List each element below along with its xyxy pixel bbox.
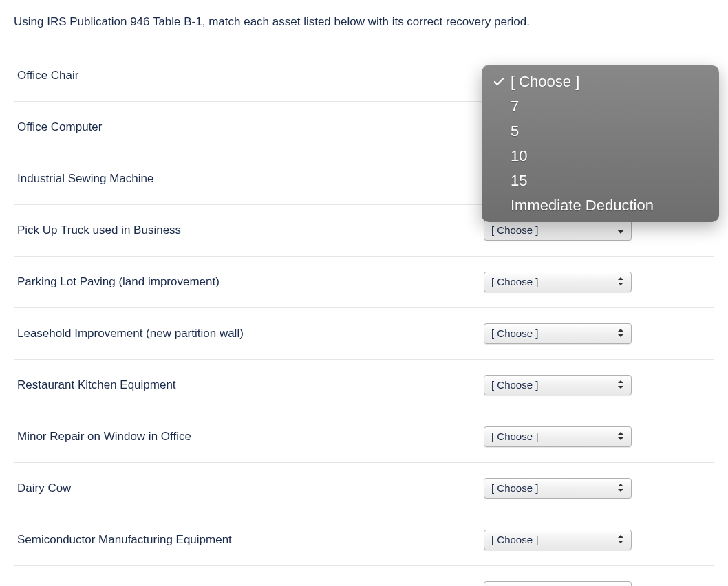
dropdown-option[interactable]: 10 — [482, 144, 719, 169]
chevron-updown-icon — [617, 431, 624, 442]
matching-row: Leasehold Improvement (new partition wal… — [14, 307, 714, 359]
matching-row: Minor Repair on Window in Office[ Choose… — [14, 411, 714, 462]
recovery-period-select[interactable]: [ Choose ] — [484, 220, 632, 241]
dropdown-option[interactable]: 15 — [482, 169, 719, 193]
dropdown-option[interactable]: Immediate Deduction — [482, 193, 719, 218]
asset-label: Parking Lot Paving (land improvement) — [17, 275, 484, 289]
dropdown-cell: [ Choose ] — [484, 220, 711, 241]
dropdown-menu: [ Choose ]751015Immediate Deduction — [482, 65, 719, 222]
dropdown-option[interactable]: 7 — [482, 94, 719, 119]
chevron-down-icon — [617, 224, 624, 236]
dropdown-option-label: 15 — [508, 172, 527, 190]
dropdown-option-label: [ Choose ] — [508, 73, 579, 91]
dropdown-cell: [ Choose ] — [484, 581, 711, 586]
select-value: [ Choose ] — [491, 224, 538, 236]
recovery-period-select[interactable]: [ Choose ] — [484, 272, 632, 292]
asset-label: Pick Up Truck used in Business — [17, 224, 484, 237]
svg-marker-7 — [618, 277, 623, 280]
svg-marker-18 — [618, 541, 623, 543]
asset-label: Semiconductor Manufacturing Equipment — [17, 533, 484, 547]
recovery-period-select[interactable]: [ Choose ] — [484, 530, 632, 550]
asset-label: Restaurant Kitchen Equipment — [17, 378, 484, 392]
svg-marker-17 — [618, 535, 623, 538]
matching-row: Dairy Cow[ Choose ] — [14, 462, 714, 514]
select-value: [ Choose ] — [491, 327, 538, 339]
chevron-updown-icon — [617, 379, 624, 391]
recovery-period-select[interactable]: [ Choose ] — [484, 478, 632, 499]
asset-label: Office Computer — [17, 120, 484, 134]
question-instruction: Using IRS Publication 946 Table B-1, mat… — [14, 14, 714, 30]
svg-marker-11 — [618, 380, 623, 383]
svg-marker-13 — [618, 432, 623, 435]
recovery-period-select[interactable]: [ Choose ] — [484, 581, 632, 586]
select-value: [ Choose ] — [491, 379, 538, 391]
asset-label: Leasehold Improvement (new partition wal… — [17, 327, 484, 340]
dropdown-cell: [ Choose ] — [484, 478, 711, 499]
dropdown-cell: [ Choose ] — [484, 272, 711, 292]
matching-row: Parking Lot Paving (land improvement)[ C… — [14, 256, 714, 307]
recovery-period-select[interactable]: [ Choose ] — [484, 375, 632, 395]
dropdown-option-label: 5 — [508, 122, 519, 140]
dropdown-option[interactable]: 5 — [482, 119, 719, 144]
chevron-updown-icon — [617, 327, 624, 339]
asset-label: Industrial Sewing Machine — [17, 172, 484, 186]
dropdown-option-label: 7 — [508, 98, 519, 116]
dropdown-option-label: Immediate Deduction — [508, 197, 654, 215]
asset-label: Minor Repair on Window in Office — [17, 430, 484, 444]
matching-row: Semiconductor Manufacturing Equipment[ C… — [14, 514, 714, 565]
svg-marker-16 — [618, 489, 623, 492]
svg-marker-12 — [618, 386, 623, 389]
select-value: [ Choose ] — [491, 431, 538, 442]
recovery-period-select[interactable]: [ Choose ] — [484, 426, 632, 447]
svg-marker-6 — [617, 230, 624, 234]
dropdown-option[interactable]: [ Choose ] — [482, 69, 719, 94]
asset-label: Dairy Cow — [17, 481, 484, 495]
dropdown-option-label: 10 — [508, 147, 527, 165]
dropdown-cell: [ Choose ] — [484, 323, 711, 344]
svg-marker-14 — [618, 437, 623, 440]
chevron-updown-icon — [617, 482, 624, 494]
checkmark-icon — [490, 76, 508, 88]
matching-row: Apple Tree[ Choose ] — [14, 565, 714, 586]
select-value: [ Choose ] — [491, 276, 538, 287]
svg-marker-9 — [618, 329, 623, 332]
select-value: [ Choose ] — [491, 534, 538, 545]
asset-label: Office Chair — [17, 69, 484, 83]
dropdown-cell: [ Choose ] — [484, 375, 711, 395]
chevron-updown-icon — [617, 534, 624, 545]
chevron-updown-icon — [617, 276, 624, 287]
dropdown-cell: [ Choose ] — [484, 530, 711, 550]
matching-row: Restaurant Kitchen Equipment[ Choose ] — [14, 359, 714, 411]
svg-marker-15 — [618, 484, 623, 486]
recovery-period-select[interactable]: [ Choose ] — [484, 323, 632, 344]
svg-marker-8 — [618, 283, 623, 285]
select-value: [ Choose ] — [491, 482, 538, 494]
svg-marker-10 — [618, 334, 623, 337]
dropdown-cell: [ Choose ] — [484, 426, 711, 447]
